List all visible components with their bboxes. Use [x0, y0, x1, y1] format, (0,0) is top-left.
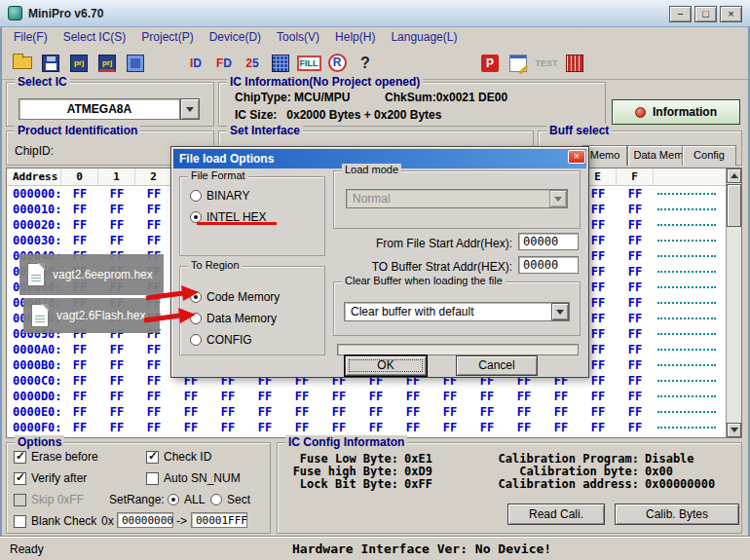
buffer-tab-config[interactable]: Config: [682, 145, 736, 166]
data-memory-radio[interactable]: Data Memory: [190, 312, 277, 325]
close-button[interactable]: ×: [720, 6, 742, 22]
hex-byte[interactable]: FF: [98, 389, 135, 404]
hex-byte[interactable]: FF: [617, 311, 654, 326]
hex-byte[interactable]: FF: [246, 420, 283, 435]
function-fd-button[interactable]: FD: [211, 51, 237, 76]
hex-byte[interactable]: FF: [135, 420, 172, 435]
select-device-button[interactable]: [123, 51, 148, 76]
ic-select-dropdown-button[interactable]: [180, 98, 200, 120]
hex-byte[interactable]: FF: [617, 233, 654, 248]
load-mode-combobox[interactable]: Normal: [346, 189, 568, 208]
test-button[interactable]: TEST: [534, 51, 559, 76]
hex-byte[interactable]: FF: [98, 217, 135, 233]
range-to-input[interactable]: 00001FFF: [191, 512, 247, 528]
socket-view-button[interactable]: [268, 51, 293, 76]
from-file-start-input[interactable]: 00000: [518, 233, 579, 250]
range-from-input[interactable]: 00000000: [117, 512, 173, 528]
hex-byte[interactable]: FF: [98, 404, 135, 420]
hex-byte[interactable]: FF: [320, 420, 357, 435]
open-file-button[interactable]: [10, 51, 35, 76]
menu-tools[interactable]: Tools(V): [269, 30, 327, 44]
hex-byte[interactable]: FF: [506, 389, 543, 404]
vertical-scrollbar[interactable]: [726, 168, 741, 437]
menu-device[interactable]: Device(D): [202, 30, 269, 44]
hex-byte[interactable]: FF: [394, 389, 431, 404]
range-sect-radio[interactable]: Sect: [210, 493, 250, 506]
help-button[interactable]: ?: [353, 51, 378, 76]
hex-byte[interactable]: FF: [172, 420, 209, 435]
hex-byte[interactable]: FF: [469, 389, 506, 404]
hex-byte[interactable]: FF: [506, 404, 543, 420]
calib-bytes-button[interactable]: Calib. Bytes: [615, 504, 739, 525]
hex-byte[interactable]: FF: [135, 186, 172, 202]
hex-byte[interactable]: FF: [61, 404, 98, 420]
hex-byte[interactable]: FF: [135, 373, 172, 389]
config-radio[interactable]: CONFIG: [190, 333, 252, 347]
fill-buffer-button[interactable]: FILL: [296, 51, 321, 76]
hex-byte[interactable]: FF: [617, 404, 654, 420]
menu-project[interactable]: Project(P): [133, 30, 201, 44]
hex-byte[interactable]: FF: [394, 404, 431, 420]
menu-select-ic[interactable]: Select IC(S): [56, 30, 134, 44]
hex-byte[interactable]: FF: [61, 217, 98, 233]
hex-byte[interactable]: FF: [469, 420, 506, 435]
hex-byte[interactable]: FF: [431, 420, 469, 435]
clear-buffer-combobox[interactable]: Clear buffer with default: [344, 302, 570, 321]
auto-sn-checkbox[interactable]: Auto SN_NUM: [146, 471, 241, 485]
hex-byte[interactable]: FF: [617, 373, 654, 389]
hex-byte[interactable]: FF: [617, 248, 654, 264]
hex-byte[interactable]: FF: [617, 342, 654, 357]
cancel-button[interactable]: Cancel: [456, 355, 538, 376]
hex-byte[interactable]: FF: [61, 233, 98, 248]
drag-file-eeprom[interactable]: vagt2.6eeprom.hex: [19, 254, 164, 295]
hex-byte[interactable]: FF: [246, 389, 283, 404]
hex-byte[interactable]: FF: [506, 420, 543, 435]
hex-byte[interactable]: FF: [98, 202, 135, 217]
scrollbar-thumb[interactable]: [727, 184, 741, 227]
hex-byte[interactable]: FF: [543, 404, 580, 420]
hex-byte[interactable]: FF: [617, 357, 654, 373]
read-cali-button[interactable]: Read Cali.: [507, 504, 605, 525]
logo-button[interactable]: R: [324, 51, 350, 76]
hex-byte[interactable]: FF: [98, 420, 135, 435]
erase-before-checkbox[interactable]: Erase before: [14, 450, 98, 464]
intel-hex-radio[interactable]: INTEL HEX: [190, 210, 267, 224]
hex-byte[interactable]: FF: [172, 404, 209, 420]
save-buffer-button[interactable]: [38, 51, 63, 76]
hex-byte[interactable]: FF: [98, 186, 135, 202]
information-button[interactable]: Information: [612, 99, 740, 125]
hex-byte[interactable]: FF: [617, 264, 654, 280]
hex-byte[interactable]: FF: [580, 420, 617, 435]
hex-byte[interactable]: FF: [283, 404, 320, 420]
hex-byte[interactable]: FF: [135, 342, 172, 357]
hex-byte[interactable]: FF: [61, 357, 98, 373]
hex-byte[interactable]: FF: [394, 420, 431, 435]
hex-byte[interactable]: FF: [357, 389, 394, 404]
ok-button[interactable]: OK: [345, 355, 427, 376]
ic-select-value[interactable]: ATMEGA8A: [19, 98, 180, 120]
zif-socket-button[interactable]: [562, 51, 587, 76]
scroll-up-icon[interactable]: [727, 168, 741, 183]
blank-check-checkbox[interactable]: Blank Check: [14, 514, 96, 528]
hex-byte[interactable]: FF: [431, 389, 469, 404]
menu-file[interactable]: File(F): [6, 30, 56, 44]
hex-byte[interactable]: FF: [135, 233, 172, 248]
hex-byte[interactable]: FF: [209, 420, 246, 435]
hex-byte[interactable]: FF: [61, 420, 98, 435]
hex-byte[interactable]: FF: [98, 357, 135, 373]
verify-after-checkbox[interactable]: Verify after: [14, 471, 87, 485]
menu-language[interactable]: Language(L): [383, 30, 465, 44]
hex-byte[interactable]: FF: [543, 420, 580, 435]
hex-byte[interactable]: FF: [209, 404, 246, 420]
hex-byte[interactable]: FF: [246, 404, 283, 420]
range-all-radio[interactable]: ALL: [168, 493, 205, 506]
program-button[interactable]: P: [477, 51, 503, 76]
hex-byte[interactable]: FF: [580, 404, 617, 420]
minimize-button[interactable]: −: [669, 6, 692, 22]
hex-byte[interactable]: FF: [135, 404, 172, 420]
hex-byte[interactable]: FF: [617, 280, 654, 295]
to-buffer-start-input[interactable]: 00000: [518, 256, 579, 274]
maximize-button[interactable]: □: [694, 6, 717, 22]
hex-byte[interactable]: FF: [61, 389, 98, 404]
chip-id-button[interactable]: ID: [183, 51, 208, 76]
